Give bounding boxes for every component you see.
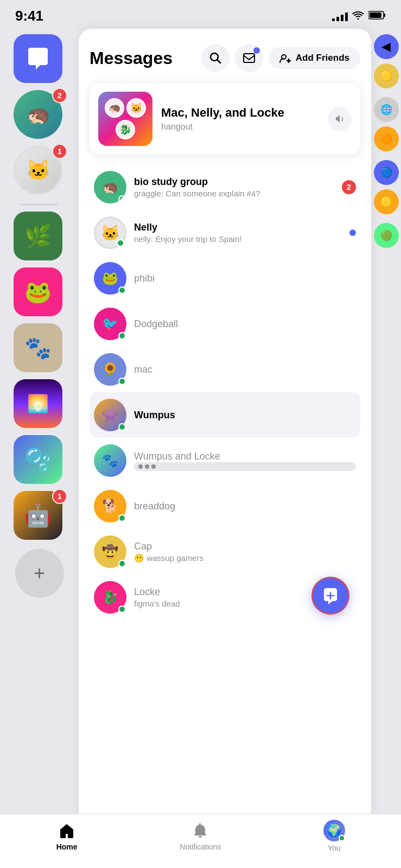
home-tab-label: Home bbox=[56, 843, 78, 851]
badge-robot: 1 bbox=[52, 489, 67, 504]
status-time: 9:41 bbox=[15, 8, 43, 24]
signal-icon bbox=[332, 11, 348, 21]
battery-icon bbox=[368, 11, 386, 22]
sidebar-avatar-6[interactable]: 🌅 bbox=[14, 379, 65, 431]
featured-subtitle: hangout bbox=[161, 122, 319, 132]
chat-name-phibi: phibi bbox=[134, 273, 356, 284]
chat-name-breaddog: breaddog bbox=[134, 501, 356, 512]
tab-bar: Home Notifications 🌍 You bbox=[0, 814, 401, 868]
add-server-button[interactable]: + bbox=[15, 549, 64, 598]
bell-icon bbox=[190, 821, 210, 840]
sidebar-avatar-4[interactable]: 🐸 bbox=[14, 267, 65, 319]
featured-info: Mac, Nelly, and Locke hangout bbox=[161, 106, 319, 132]
avatar-mac: 🌻 bbox=[94, 353, 126, 386]
svg-line-4 bbox=[217, 60, 220, 63]
new-message-icon bbox=[322, 587, 339, 604]
sidebar-avatar-5[interactable]: 🐾 bbox=[14, 323, 65, 375]
chat-name-cap: Cap bbox=[134, 541, 356, 552]
sidebar-separator bbox=[21, 204, 59, 205]
chat-preview-bio: graggle: Can someone explain #4? bbox=[134, 189, 334, 198]
new-message-fab[interactable] bbox=[311, 577, 349, 615]
sidebar-avatar-8[interactable]: 🤖 1 bbox=[14, 491, 65, 542]
chat-item-wumpus[interactable]: 👾 Wumpus bbox=[90, 392, 360, 438]
right-strip: ◀ 🟡 🌐 🟠 🔵 🟡 🟢 bbox=[371, 29, 401, 837]
featured-avatar: 🦔 🐱 🐉 bbox=[98, 92, 152, 146]
chat-info-mac: mac bbox=[134, 364, 356, 375]
badge-1: 1 bbox=[52, 144, 67, 159]
chat-item-breaddog[interactable]: 🐕 breaddog bbox=[90, 483, 360, 529]
avatar-locke: 🐉 bbox=[94, 581, 126, 614]
avatar-dodgeball: 🐦 bbox=[94, 308, 126, 340]
messages-app-icon[interactable] bbox=[14, 34, 65, 86]
chat-info-wumpus: Wumpus bbox=[134, 410, 356, 421]
typing-dot-1 bbox=[138, 464, 143, 469]
add-friend-icon bbox=[279, 53, 291, 63]
header-actions: Add Friends bbox=[201, 44, 360, 72]
you-tab-avatar: 🌍 bbox=[323, 820, 345, 841]
chat-item-mac[interactable]: 🌻 mac bbox=[90, 347, 360, 392]
tab-you[interactable]: 🌍 You bbox=[268, 820, 401, 852]
featured-chat-card[interactable]: 🦔 🐱 🐉 Mac, Nelly, and Locke hangout bbox=[90, 83, 360, 155]
wifi-icon bbox=[352, 10, 364, 22]
featured-name: Mac, Nelly, and Locke bbox=[161, 106, 319, 120]
chat-item-phibi[interactable]: 🐸 phibi bbox=[90, 256, 360, 301]
chat-preview-cap: 😶 wassup gamers bbox=[134, 553, 356, 563]
chat-name-nelly: Nelly bbox=[134, 222, 342, 233]
right-avatar-6: 🟡 bbox=[374, 189, 399, 214]
mail-button[interactable] bbox=[235, 44, 263, 72]
chat-info-phibi: phibi bbox=[134, 273, 356, 284]
chat-info-cap: Cap 😶 wassup gamers bbox=[134, 541, 356, 563]
badge-bio: 2 bbox=[342, 180, 356, 194]
typing-dot-2 bbox=[145, 464, 149, 469]
avatar-breaddog: 🐕 bbox=[94, 490, 126, 522]
right-avatar-2: 🟡 bbox=[374, 63, 399, 88]
chat-item-nelly[interactable]: 🐱 Nelly nelly: Enjoy your trip to Spain! bbox=[90, 210, 360, 256]
speaker-icon bbox=[334, 113, 345, 124]
chat-name-wumpus-locke: Wumpus and Locke bbox=[134, 451, 356, 462]
left-sidebar: 🦔 2 🐱 1 🌿 🐸 🐾 bbox=[0, 29, 79, 837]
avatar-nelly: 🐱 bbox=[94, 216, 126, 249]
right-avatar-3: 🌐 bbox=[374, 97, 399, 122]
sidebar-avatar-7[interactable]: 🫧 bbox=[14, 435, 65, 487]
sidebar-avatar-2[interactable]: 🐱 1 bbox=[14, 146, 65, 197]
avatar-wumpus-locke: 🐾 bbox=[94, 444, 126, 477]
search-button[interactable] bbox=[201, 44, 230, 72]
messages-header: Messages bbox=[90, 44, 360, 72]
svg-rect-5 bbox=[244, 54, 254, 62]
messages-panel: Messages bbox=[79, 29, 371, 837]
mail-icon bbox=[243, 53, 255, 63]
chat-name-wumpus: Wumpus bbox=[134, 410, 356, 421]
chat-info-breaddog: breaddog bbox=[134, 501, 356, 512]
typing-dot-3 bbox=[151, 464, 156, 469]
typing-indicator bbox=[134, 462, 356, 471]
avatar-phibi: 🐸 bbox=[94, 262, 126, 295]
chat-info-nelly: Nelly nelly: Enjoy your trip to Spain! bbox=[134, 222, 342, 244]
status-bar: 9:41 bbox=[0, 0, 401, 29]
mute-button[interactable] bbox=[328, 107, 352, 131]
sidebar-avatar-1[interactable]: 🦔 2 bbox=[14, 90, 65, 142]
unread-dot-nelly bbox=[349, 229, 356, 236]
right-avatar-5: 🔵 bbox=[374, 160, 399, 185]
chat-info-dodgeball: Dodgeball bbox=[134, 318, 356, 330]
tab-home[interactable]: Home bbox=[0, 821, 133, 851]
chat-name-bio: bio study group bbox=[134, 176, 334, 188]
add-friends-label: Add Friends bbox=[296, 53, 349, 63]
add-friends-button[interactable]: Add Friends bbox=[269, 47, 360, 69]
search-icon bbox=[209, 52, 221, 64]
chat-preview-nelly: nelly: Enjoy your trip to Spain! bbox=[134, 234, 342, 244]
chat-item-bio[interactable]: 🦔 bio study group graggle: Can someone e… bbox=[90, 164, 360, 210]
status-icons bbox=[332, 10, 386, 22]
tab-notifications[interactable]: Notifications bbox=[133, 821, 267, 851]
plus-icon: + bbox=[34, 564, 45, 583]
chat-list: 🦔 bio study group graggle: Can someone e… bbox=[90, 164, 360, 620]
chat-item-cap[interactable]: 🤠 Cap 😶 wassup gamers bbox=[90, 529, 360, 575]
right-avatar-1: ◀ bbox=[374, 34, 399, 59]
sidebar-avatar-3[interactable]: 🌿 bbox=[14, 212, 65, 263]
chat-item-wumpus-locke[interactable]: 🐾 Wumpus and Locke bbox=[90, 438, 360, 483]
svg-rect-1 bbox=[384, 14, 385, 17]
chat-info-wumpus-locke: Wumpus and Locke bbox=[134, 451, 356, 471]
chat-item-dodgeball[interactable]: 🐦 Dodgeball bbox=[90, 301, 360, 347]
chat-name-dodgeball: Dodgeball bbox=[134, 318, 356, 330]
main-layout: 🦔 2 🐱 1 🌿 🐸 🐾 bbox=[0, 29, 401, 837]
notifications-tab-label: Notifications bbox=[180, 843, 221, 851]
